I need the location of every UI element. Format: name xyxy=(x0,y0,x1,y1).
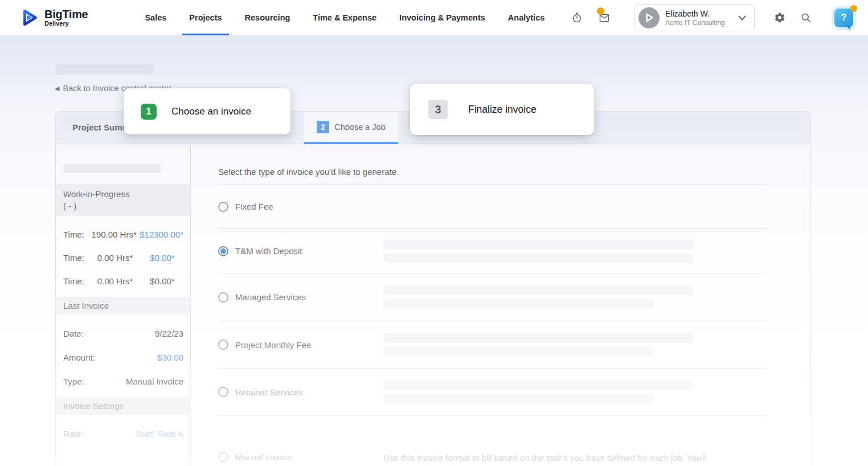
gear-icon[interactable] xyxy=(774,12,785,23)
bigtime-logo-icon xyxy=(21,8,40,27)
step-2-label: Choose a Job xyxy=(334,122,385,132)
logo-subtitle: Delivery xyxy=(44,20,88,27)
user-company: Acme IT Consulting xyxy=(665,19,725,27)
tour-step-3-card[interactable]: 3 Finalize invoice xyxy=(410,84,594,135)
option-tm-with-deposit[interactable]: T&M with Deposit xyxy=(218,229,767,273)
sidebar-skeleton xyxy=(63,164,161,173)
last-invoice-date: 9/22/23 xyxy=(155,329,183,338)
top-navigation-bar: BigTime Delivery Sales Projects Resourci… xyxy=(0,0,868,36)
radio-tm-with-deposit[interactable] xyxy=(218,246,228,256)
invoice-type-selection: Select the type of invoice you'd like to… xyxy=(191,144,810,466)
option-label[interactable]: Project Monthly Fee xyxy=(235,340,311,350)
wip-row-3: Time: 0.00 Hrs* $0.00* xyxy=(56,276,190,286)
radio-retainer-services[interactable] xyxy=(218,387,228,397)
step-2-badge: 2 xyxy=(317,121,329,133)
last-invoice-type-row: Type: Manual Invoice xyxy=(56,377,190,386)
wip-row-label: Time: xyxy=(63,230,88,239)
option-description-skeleton xyxy=(383,381,693,403)
last-invoice-amount[interactable]: $30.00 xyxy=(157,353,183,362)
help-question-glyph: ? xyxy=(841,12,846,23)
radio-project-monthly-fee[interactable] xyxy=(218,340,228,350)
option-manual-invoice[interactable]: Manual Invoice Use this invoice format t… xyxy=(218,416,767,466)
logo-text: BigTime Delivery xyxy=(44,9,88,27)
help-notification-dot xyxy=(850,5,857,12)
step-3-label: Finalize invoice xyxy=(468,104,537,116)
invoice-wizard-panel: Project Summary 2 Choose a Job Work-in-P… xyxy=(55,111,811,466)
option-retainer-services[interactable]: Retainer Services xyxy=(218,369,767,416)
radio-managed-services[interactable] xyxy=(218,292,228,303)
last-invoice-section-header: Last Invoice xyxy=(56,297,190,314)
option-label[interactable]: Managed Services xyxy=(235,292,306,302)
user-profile-menu[interactable]: Elizabeth W. Acme IT Consulting xyxy=(634,4,755,31)
option-label[interactable]: T&M with Deposit xyxy=(235,246,302,256)
wip-section-header: Work-in-Progress ( - ) xyxy=(56,184,190,216)
last-invoice-amount-row: Amount: $30.00 xyxy=(56,353,190,362)
radio-manual-invoice[interactable] xyxy=(218,452,228,462)
row-label: Amount: xyxy=(63,353,95,362)
back-arrow-icon: ◀ xyxy=(55,85,59,92)
last-invoice-type: Manual Invoice xyxy=(126,377,183,386)
header-actions: Elizabeth W. Acme IT Consulting ? xyxy=(571,0,868,35)
tour-step-1-card[interactable]: 1 Choose an invoice xyxy=(124,88,290,134)
option-description-skeleton xyxy=(383,333,693,356)
inbox-notification-dot xyxy=(597,7,604,15)
option-description-skeleton xyxy=(383,286,693,309)
row-label: Date: xyxy=(63,329,84,338)
invoice-settings-section-header: Invoice Settings xyxy=(56,397,190,415)
nav-item-analytics[interactable]: Analytics xyxy=(508,0,544,35)
option-label[interactable]: Manual Invoice xyxy=(235,452,293,462)
wip-title: Work-in-Progress xyxy=(63,188,183,200)
wip-row-hours: 0.00 Hrs* xyxy=(89,276,141,286)
step-1-badge: 1 xyxy=(141,104,157,120)
row-label: Rate: xyxy=(63,429,84,439)
rate-value-link[interactable]: Staff, Rate A xyxy=(136,429,183,439)
rate-row: Rate: Staff, Rate A xyxy=(56,429,190,439)
manual-invoice-description: Use this invoice format to bill based on… xyxy=(383,452,767,464)
wip-subtitle: ( - ) xyxy=(63,200,183,212)
nav-item-invoicing-payments[interactable]: Invoicing & Payments xyxy=(399,0,485,35)
page-title-skeleton xyxy=(56,64,154,75)
logo-title: BigTime xyxy=(44,9,88,20)
radio-fixed-fee[interactable] xyxy=(218,202,228,212)
wip-row-2: Time: 0.00 Hrs* $0.00* xyxy=(56,253,190,263)
search-icon[interactable] xyxy=(800,12,812,23)
option-label[interactable]: Fixed Fee xyxy=(235,202,273,211)
option-fixed-fee[interactable]: Fixed Fee xyxy=(218,185,767,229)
avatar xyxy=(638,7,660,28)
tab-choose-a-job[interactable]: 2 Choose a Job xyxy=(304,112,398,144)
last-invoice-date-row: Date: 9/22/23 xyxy=(56,329,190,338)
selection-heading: Select the type of invoice you'd like to… xyxy=(218,144,767,185)
wip-row-hours: 0.00 Hrs* xyxy=(89,253,141,263)
wip-row-hours: 190.00 Hrs* xyxy=(88,230,140,239)
wip-row-amount[interactable]: $12300.00* xyxy=(140,230,183,239)
nav-item-resourcing[interactable]: Resourcing xyxy=(245,0,290,35)
option-project-monthly-fee[interactable]: Project Monthly Fee xyxy=(218,321,767,369)
user-name: Elizabeth W. xyxy=(665,9,725,19)
option-label[interactable]: Retainer Services xyxy=(235,387,302,397)
bigtime-logo[interactable]: BigTime Delivery xyxy=(21,8,88,27)
chevron-down-icon xyxy=(730,15,746,21)
row-label: Type: xyxy=(63,377,84,386)
wip-row-1: Time: 190.00 Hrs* $12300.00* xyxy=(56,230,190,239)
timer-icon[interactable] xyxy=(571,12,583,23)
wip-row-amount: $0.00* xyxy=(141,276,183,286)
nav-item-projects[interactable]: Projects xyxy=(189,0,222,35)
help-button[interactable]: ? xyxy=(834,9,853,27)
option-description-skeleton xyxy=(383,240,693,263)
wip-row-amount[interactable]: $0.00* xyxy=(141,253,183,263)
help-bubble-tail xyxy=(846,26,850,30)
inbox-icon[interactable] xyxy=(599,12,610,23)
step-3-badge: 3 xyxy=(428,100,448,119)
nav-item-time-expense[interactable]: Time & Expense xyxy=(313,0,376,35)
wip-row-label: Time: xyxy=(63,276,89,286)
wip-row-label: Time: xyxy=(63,253,89,263)
nav-item-sales[interactable]: Sales xyxy=(145,0,166,35)
profile-text: Elizabeth W. Acme IT Consulting xyxy=(665,9,725,27)
main-nav: Sales Projects Resourcing Time & Expense… xyxy=(145,0,544,35)
option-managed-services[interactable]: Managed Services xyxy=(218,273,767,321)
project-summary-sidebar: Work-in-Progress ( - ) Time: 190.00 Hrs*… xyxy=(56,144,191,466)
step-1-label: Choose an invoice xyxy=(171,106,251,117)
